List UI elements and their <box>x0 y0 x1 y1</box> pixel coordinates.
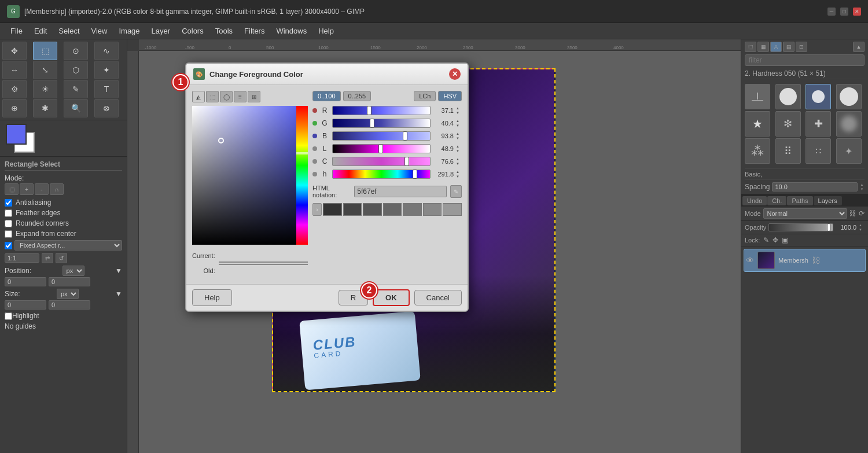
highlight-checkbox[interactable] <box>5 312 12 320</box>
menu-filters[interactable]: Filters <box>238 25 270 37</box>
menu-windows[interactable]: Windows <box>270 25 312 37</box>
mode-select[interactable]: Normal <box>763 208 847 219</box>
slider-h-track[interactable] <box>332 170 431 179</box>
tool-lasso[interactable]: ⊙ <box>64 42 88 60</box>
tool-zoom[interactable]: 🔍 <box>64 99 88 117</box>
tool-heal[interactable]: ✦ <box>94 61 119 79</box>
slider-r-track[interactable] <box>332 106 431 115</box>
ratio-reset-button[interactable]: ↺ <box>56 253 67 263</box>
slider-c-track[interactable] <box>332 157 431 166</box>
mode-hsv[interactable]: HSV <box>438 91 462 101</box>
lock-position-icon[interactable]: ✥ <box>773 236 778 244</box>
ok-button[interactable]: OK <box>373 289 410 306</box>
arrow-up[interactable]: ▲ <box>456 131 462 136</box>
foreground-color-box[interactable] <box>6 124 27 145</box>
cancel-button[interactable]: Cancel <box>414 290 462 305</box>
menu-image[interactable]: Image <box>113 25 145 37</box>
menu-edit[interactable]: Edit <box>28 25 53 37</box>
picker-tab-scale[interactable]: ⊞ <box>248 91 260 102</box>
tool-warp[interactable]: ⤡ <box>33 61 57 79</box>
arrow-down[interactable]: ▼ <box>456 174 462 179</box>
tool-dodge[interactable]: ☀ <box>33 80 57 98</box>
arrow-down[interactable]: ▼ <box>456 149 462 153</box>
layer-item-main[interactable]: 👁 Membersh ⛓ <box>744 249 866 272</box>
html-notation-input[interactable] <box>354 186 447 197</box>
position-unit-arrow[interactable]: ▼ <box>115 267 122 275</box>
mode-add[interactable]: + <box>20 183 34 195</box>
mode-replace[interactable]: ⬚ <box>5 183 19 195</box>
color-area[interactable] <box>6 124 41 153</box>
layer-visibility-icon[interactable]: 👁 <box>746 256 754 265</box>
menu-tools[interactable]: Tools <box>209 25 238 37</box>
layer-tab-layers[interactable]: Layers <box>814 196 842 205</box>
feather-label[interactable]: Feather edges <box>16 209 122 217</box>
tool-move[interactable]: ✥ <box>2 42 27 60</box>
slider-b-arrows[interactable]: ▲ ▼ <box>456 131 462 141</box>
color-dialog[interactable]: 🎨 Change Foreground Color ✕ ◭ ⬚ ◯ ≡ ⊞ <box>185 62 469 312</box>
tool-free-select[interactable]: ∿ <box>94 42 119 60</box>
slider-c-thumb[interactable] <box>404 157 409 166</box>
arrow-up[interactable]: ▲ <box>456 119 462 123</box>
size-h-input[interactable] <box>49 300 90 310</box>
arrow-down[interactable]: ▼ <box>456 123 462 128</box>
slider-g-thumb[interactable] <box>370 119 374 128</box>
position-y-input[interactable] <box>49 277 90 286</box>
picker-tab-circle[interactable]: ◯ <box>220 91 233 102</box>
expand-label[interactable]: Expand from center <box>16 230 122 238</box>
tool-smudge[interactable]: ✎ <box>64 80 88 98</box>
menu-help[interactable]: Help <box>312 25 340 37</box>
slider-g-arrows[interactable]: ▲ ▼ <box>456 119 462 128</box>
brush-cell-10[interactable]: ⠿ <box>775 138 801 164</box>
right-tab-brushes[interactable]: ⬚ <box>745 42 756 52</box>
slider-r-arrows[interactable]: ▲ ▼ <box>456 106 462 115</box>
tool-clone[interactable]: ⚙ <box>2 80 27 98</box>
minimize-button[interactable]: ─ <box>827 8 836 16</box>
slider-b-track[interactable] <box>332 131 431 141</box>
tool-measure[interactable]: ⊕ <box>2 99 27 117</box>
spacing-down[interactable]: ▼ <box>860 187 865 191</box>
link-icon[interactable]: ⛓ <box>849 209 856 218</box>
ratio-swap-button[interactable]: ⇄ <box>42 253 53 263</box>
right-tab-patterns[interactable]: ▦ <box>757 42 769 52</box>
arrow-up[interactable]: ▲ <box>456 144 462 149</box>
feather-checkbox[interactable] <box>5 209 12 217</box>
menu-layer[interactable]: Layer <box>146 25 176 37</box>
size-unit-dropdown[interactable]: px <box>57 289 79 299</box>
position-unit-dropdown[interactable]: px <box>62 266 84 276</box>
layer-tab-undo[interactable]: Undo <box>742 196 767 205</box>
menu-select[interactable]: Select <box>53 25 85 37</box>
fixed-aspect-dropdown[interactable]: Fixed Aspect r... <box>14 240 122 251</box>
opacity-up[interactable]: ▲ <box>859 223 865 227</box>
brush-cell-7[interactable]: ✚ <box>806 111 831 137</box>
spacing-up[interactable]: ▲ <box>860 182 865 187</box>
brush-cell-2[interactable] <box>775 84 801 109</box>
link2-icon[interactable]: ⟳ <box>859 209 865 218</box>
range-tab-255[interactable]: 0..255 <box>343 91 372 101</box>
swatch-3[interactable] <box>363 203 382 216</box>
tool-rect-select[interactable]: ⬚ <box>33 42 57 60</box>
antialiasing-checkbox[interactable] <box>5 199 12 207</box>
right-tab-gradients[interactable]: ▤ <box>783 42 795 52</box>
brush-cell-3[interactable] <box>806 84 831 109</box>
layer-tab-paths[interactable]: Paths <box>787 196 812 205</box>
range-tab-100[interactable]: 0..100 <box>312 91 341 101</box>
menu-file[interactable]: File <box>5 25 28 37</box>
slider-c-arrows[interactable]: ▲ ▼ <box>456 157 462 166</box>
position-x-input[interactable] <box>5 277 46 286</box>
slider-h-arrows[interactable]: ▲ ▼ <box>456 170 462 179</box>
brush-cell-1[interactable] <box>745 84 770 109</box>
layer-chain-icon[interactable]: ⛓ <box>812 256 820 265</box>
gradient-container[interactable] <box>192 106 308 245</box>
antialiasing-label[interactable]: Antialiasing <box>16 198 122 207</box>
brush-cell-8[interactable] <box>836 111 862 137</box>
rounded-label[interactable]: Rounded corners <box>16 219 122 227</box>
arrow-down[interactable]: ▼ <box>456 136 462 141</box>
arrow-up[interactable]: ▲ <box>456 157 462 161</box>
size-w-input[interactable] <box>5 300 46 310</box>
layer-tab-channels[interactable]: Ch. <box>767 196 786 205</box>
slider-l-arrows[interactable]: ▲ ▼ <box>456 144 462 153</box>
right-tab-dynamics[interactable]: ⊡ <box>796 42 807 52</box>
canvas-area[interactable]: -1000 -500 0 500 1000 1500 2000 2500 300… <box>127 39 741 453</box>
brush-cell-11[interactable]: ∷ <box>806 138 831 164</box>
menu-view[interactable]: View <box>86 25 113 37</box>
